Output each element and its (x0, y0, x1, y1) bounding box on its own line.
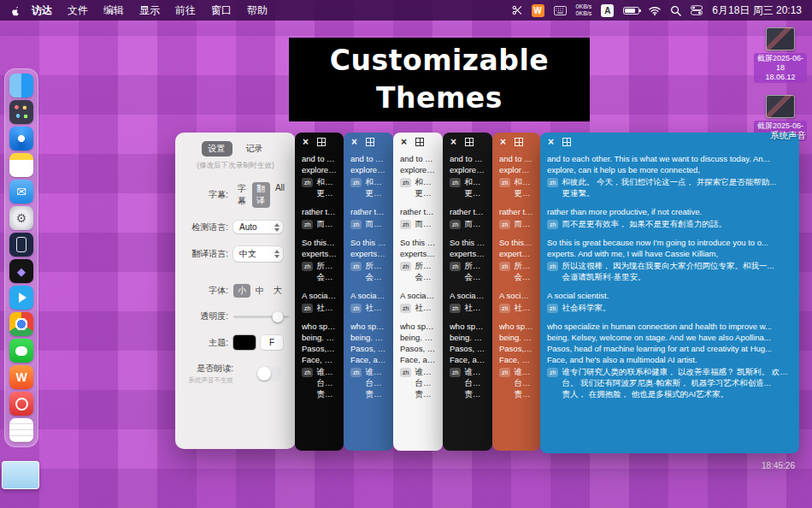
font-size-row: 字体: 小 中 大 (182, 284, 289, 298)
grid-icon[interactable] (465, 138, 474, 146)
scissors-icon[interactable] (512, 5, 522, 15)
input-method-icon[interactable]: A (601, 4, 614, 17)
translate-language-select[interactable]: 中文 (233, 246, 283, 262)
caption-text-zh: zh而不是更有效率， 如果不是更有創造力的話。 (400, 218, 436, 229)
caption-window-theme-steel-blue[interactable]: ×and to each other. This is what we want… (344, 133, 393, 451)
caption-segment: and to each other. This is what we want … (302, 153, 337, 198)
settings-window[interactable]: 设置 记录 (修改后下次录制时生效) 字幕: 字幕 翻译 All 检测语言: A… (175, 133, 296, 449)
search-icon[interactable] (670, 5, 681, 16)
dock-icon-mail[interactable]: ✉ (9, 180, 33, 204)
dock-icon-notes[interactable] (9, 153, 33, 177)
dock-icon-notes-white[interactable] (9, 418, 33, 442)
dock-icon-wps-office[interactable]: W (9, 365, 33, 389)
caption-window-theme-white[interactable]: ×and to each other. This is what we want… (393, 133, 443, 451)
caption-segment: So this is great because now I'm going t… (450, 237, 485, 282)
opacity-slider-thumb[interactable] (273, 311, 284, 322)
subtitle-mode-subtitle[interactable]: 字幕 (233, 182, 251, 208)
grid-icon[interactable] (515, 138, 523, 146)
caption-segment: and to each other. This is what we want … (400, 153, 436, 198)
dock-icon-launchpad[interactable] (9, 100, 33, 124)
grid-icon[interactable] (317, 138, 326, 146)
dock-icon-wechat[interactable] (9, 339, 33, 363)
lang-badge: zh (350, 220, 362, 229)
dock-icon-finder[interactable] (9, 74, 33, 97)
caption-text-zh: zh所以这很棒， 因为现在我要向大家介绍两位专家。和我一...会邀请凯斯利·基里… (350, 260, 386, 282)
subtitle-mode-all[interactable]: All (271, 182, 289, 208)
grid-icon[interactable] (366, 138, 374, 146)
network-speed-indicator[interactable]: 0KB/s 0KB/s (576, 3, 592, 17)
font-size-label: 字体: (182, 285, 228, 297)
dock-icon-safari[interactable] (9, 127, 33, 151)
control-center-icon[interactable] (691, 5, 703, 15)
caption-text-zh: zh而不是更有效率， 如果不是更有創造力的話。 (350, 218, 386, 229)
dock-icon-vscode[interactable] (9, 286, 33, 310)
opacity-slider[interactable] (233, 316, 289, 318)
screenshot-thumbnail (766, 95, 795, 118)
chevron-updown-icon (274, 250, 280, 258)
speak-row: 是否朗读: 系统声音不生效 (182, 363, 289, 385)
caption-text-en: who specialize in human connection and h… (547, 321, 792, 365)
close-icon[interactable]: × (303, 137, 309, 147)
caption-window-theme-dark[interactable]: ×and to each other. This is what we want… (443, 133, 492, 451)
theme-color-swatch[interactable] (233, 335, 256, 350)
font-size-small[interactable]: 小 (233, 284, 250, 298)
translate-language-value: 中文 (239, 249, 256, 258)
dock-icon-recorder[interactable] (9, 392, 33, 416)
caption-segment: A social scientist.zh社会科学家。 (350, 290, 386, 313)
caption-segment: who specialize in human connection and h… (350, 321, 386, 399)
caption-text-en: A social scientist. (450, 290, 485, 301)
caption-text-zh: zh和彼此。 今天，我们想讨论这一点， 并探索它是否能帮助...更連繫。 (547, 176, 792, 198)
detect-language-select[interactable]: Auto (233, 221, 283, 233)
menu-item[interactable]: 文件 (60, 0, 96, 21)
caption-window-theme-terracotta[interactable]: ×and to each other. This is what we want… (492, 133, 540, 451)
settings-tabs: 设置 记录 (182, 141, 289, 157)
font-size-medium[interactable]: 中 (251, 284, 268, 298)
lang-badge: zh (547, 304, 558, 313)
caption-window-theme-black[interactable]: ×and to each other. This is what we want… (295, 133, 344, 451)
battery-icon[interactable] (623, 7, 639, 15)
caption-text-en: So this is great because now I'm going t… (499, 237, 533, 259)
menu-item[interactable]: 编辑 (96, 0, 132, 21)
menu-item[interactable]: 访达 (24, 0, 60, 21)
keyboard-icon[interactable] (554, 6, 567, 15)
close-icon[interactable]: × (500, 137, 506, 147)
speak-note: 系统声音不生效 (189, 376, 234, 385)
caption-segment: rather than more productive, if not crea… (547, 206, 792, 229)
dock-icon-settings[interactable]: ⚙ (9, 206, 33, 230)
font-size-segmented: 小 中 大 (233, 284, 286, 298)
menubar-datetime[interactable]: 6月18日 周三 20:13 (712, 3, 802, 18)
speak-toggle[interactable] (256, 366, 282, 381)
caption-text-en: who specialize in human connection and h… (400, 321, 436, 365)
apple-menu-icon[interactable] (10, 4, 21, 17)
menu-item[interactable]: 前往 (168, 0, 203, 21)
menu-item[interactable]: 显示 (132, 0, 168, 21)
tab-settings[interactable]: 设置 (202, 141, 232, 157)
wifi-icon[interactable] (649, 6, 661, 15)
menu-item[interactable]: 窗口 (203, 0, 239, 21)
caption-window-theme-azure[interactable]: ×and to each other. This is what we want… (540, 133, 799, 453)
tab-records[interactable]: 记录 (239, 141, 270, 157)
caption-segment: rather than more productive, if not crea… (400, 206, 436, 229)
lang-badge: zh (499, 262, 510, 271)
desktop: Customizable Themes 截屏2025-06-1818.06.12… (0, 0, 812, 508)
dock-icon-chrome[interactable] (9, 312, 33, 336)
desktop-icon-screenshot[interactable]: 截屏2025-06-1818.06.12 (754, 27, 807, 83)
caption-text-en: who specialize in human connection and h… (350, 321, 386, 365)
theme-font-box[interactable]: F (261, 335, 283, 350)
menu-item[interactable]: 帮助 (239, 0, 275, 21)
close-icon[interactable]: × (548, 137, 554, 147)
close-icon[interactable]: × (450, 137, 456, 147)
dock-icon-iphone-mirroring[interactable] (9, 233, 33, 257)
w-app-menu-icon[interactable]: W (532, 4, 544, 17)
caption-text-zh: zh社会科学家。 (499, 302, 533, 313)
close-icon[interactable]: × (351, 137, 357, 147)
grid-icon[interactable] (562, 138, 571, 146)
close-icon[interactable]: × (401, 137, 407, 147)
subtitle-mode-translate[interactable]: 翻译 (252, 182, 270, 208)
font-size-large[interactable]: 大 (269, 284, 286, 298)
dock-icon-obsidian[interactable]: ◆ (9, 259, 33, 283)
minimized-window-thumbnail[interactable] (2, 461, 39, 489)
translate-language-label: 翻译语言: (182, 248, 228, 260)
caption-segment: A social scientist.zh社会科学家。 (450, 290, 485, 313)
grid-icon[interactable] (415, 138, 424, 146)
